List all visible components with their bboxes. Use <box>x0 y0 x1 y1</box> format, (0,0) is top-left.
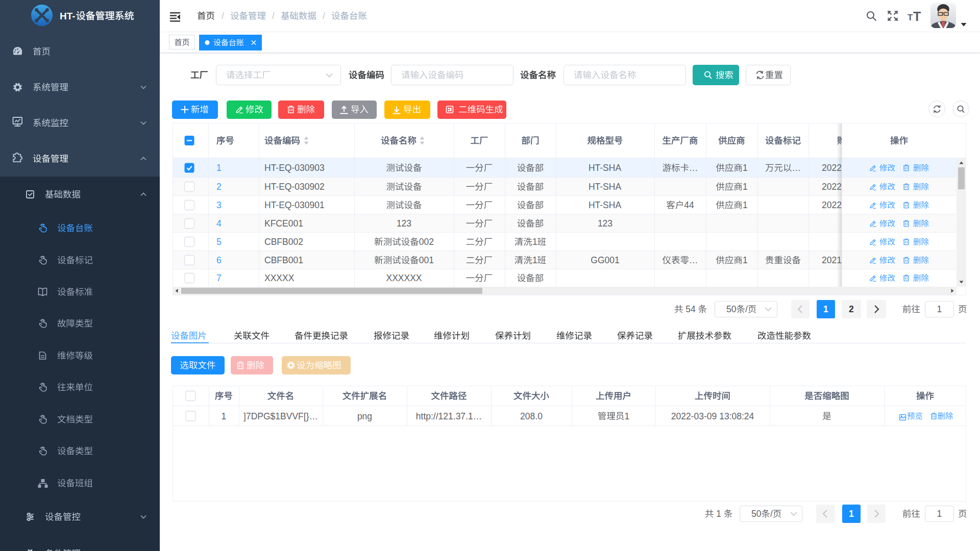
svg-text:50: 50 <box>751 509 762 519</box>
svg-text:7: 7 <box>216 273 222 283</box>
svg-text:6: 6 <box>216 255 222 265</box>
svg-text:1: 1 <box>216 163 222 173</box>
svg-text:1: 1 <box>624 411 629 421</box>
svg-text:2022-03-09: 2022-03-09 <box>822 163 868 173</box>
svg-text:2022-03-09: 2022-03-09 <box>822 182 868 192</box>
svg-text:54: 54 <box>683 304 698 314</box>
svg-text:1: 1 <box>714 509 724 519</box>
svg-text:/: / <box>323 11 325 21</box>
svg-text:2: 2 <box>849 304 854 314</box>
svg-text:CBFB002: CBFB002 <box>264 237 303 247</box>
svg-text:1: 1 <box>743 255 748 265</box>
svg-text:/: / <box>222 11 224 21</box>
svg-text:44: 44 <box>684 200 694 210</box>
svg-text:]7DPG$1BVVF[}…: ]7DPG$1BVVF[}… <box>243 411 318 421</box>
svg-text:123: 123 <box>598 218 612 229</box>
svg-text:50: 50 <box>726 304 737 314</box>
svg-text:1: 1 <box>743 163 748 173</box>
svg-text:…: … <box>689 163 698 173</box>
svg-text:png: png <box>357 411 372 421</box>
svg-text:001: 001 <box>419 255 434 265</box>
svg-text:GG001: GG001 <box>591 255 619 265</box>
svg-text:http://121.37.1…: http://121.37.1… <box>416 411 482 421</box>
svg-text:4: 4 <box>216 218 222 229</box>
svg-text:2021-07-09: 2021-07-09 <box>822 255 868 265</box>
svg-text:123: 123 <box>397 218 411 229</box>
svg-text:1: 1 <box>849 509 854 519</box>
svg-text:1: 1 <box>743 182 748 192</box>
svg-text:HT-SHA: HT-SHA <box>589 163 622 173</box>
svg-text:/: / <box>770 509 773 519</box>
svg-text:T: T <box>908 13 913 22</box>
svg-text:1: 1 <box>937 509 942 519</box>
svg-text:/: / <box>272 11 275 21</box>
svg-text:1: 1 <box>823 304 828 314</box>
svg-text:T: T <box>913 9 921 23</box>
svg-text:1: 1 <box>937 304 942 314</box>
svg-text:HT-EQ-030902: HT-EQ-030902 <box>264 182 325 192</box>
svg-text:3: 3 <box>216 200 222 210</box>
svg-text:KFCE001: KFCE001 <box>264 218 303 229</box>
svg-text:1: 1 <box>743 200 748 210</box>
svg-text:/: / <box>745 304 748 314</box>
svg-text:…: … <box>792 163 801 173</box>
svg-text:HT-EQ-030903: HT-EQ-030903 <box>264 163 325 173</box>
svg-text:XXXXX: XXXXX <box>264 273 295 283</box>
svg-text:1: 1 <box>532 237 537 247</box>
svg-text:208.0: 208.0 <box>520 411 543 421</box>
svg-text:1: 1 <box>532 255 537 265</box>
svg-text:5: 5 <box>216 237 222 247</box>
svg-text:1: 1 <box>222 411 227 421</box>
svg-text:…: … <box>689 255 698 265</box>
svg-text:002: 002 <box>419 237 434 247</box>
svg-text:HT-SHA: HT-SHA <box>589 200 622 210</box>
svg-text:HT-: HT- <box>60 11 76 21</box>
svg-text:2022-03-09: 2022-03-09 <box>822 200 868 210</box>
svg-text:CBFB001: CBFB001 <box>264 255 303 265</box>
svg-text:HT-EQ-030901: HT-EQ-030901 <box>264 200 325 210</box>
svg-text:2022-03-09 13:08:24: 2022-03-09 13:08:24 <box>671 411 754 421</box>
svg-text:XXXXXX: XXXXXX <box>386 273 422 283</box>
svg-text:HT-SHA: HT-SHA <box>589 182 622 192</box>
svg-text:2: 2 <box>216 182 222 192</box>
